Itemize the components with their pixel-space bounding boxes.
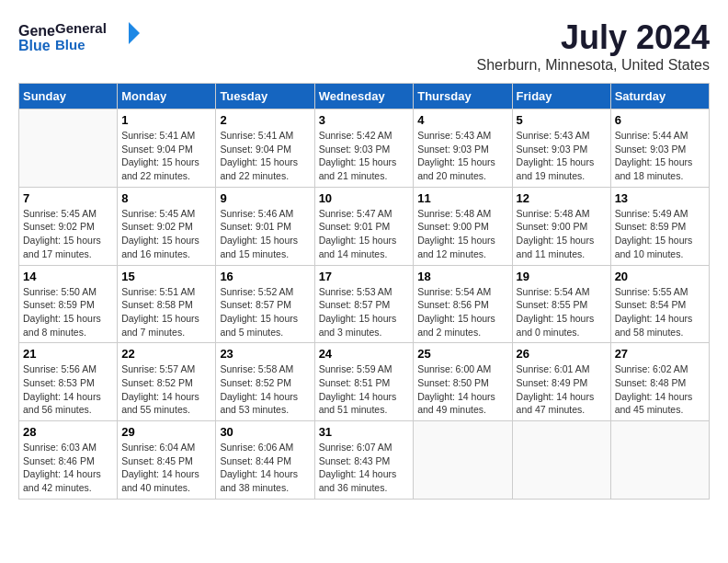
day-info: Sunrise: 5:55 AM Sunset: 8:54 PM Dayligh… [615,285,705,339]
day-number: 21 [23,347,113,361]
day-number: 17 [319,270,410,283]
day-number: 5 [517,113,607,127]
day-number: 11 [417,191,507,205]
calendar-cell [19,109,118,188]
weekday-header: Wednesday [314,84,414,109]
svg-text:Blue: Blue [55,37,85,52]
day-info: Sunrise: 5:56 AM Sunset: 8:53 PM Dayligh… [23,362,113,417]
day-info: Sunrise: 5:43 AM Sunset: 9:03 PM Dayligh… [517,129,607,183]
logo: General Blue General Blue [18,18,147,57]
calendar-cell: 12Sunrise: 5:48 AM Sunset: 9:00 PM Dayli… [512,187,610,265]
weekday-header: Thursday [414,84,512,109]
calendar-cell: 14Sunrise: 5:50 AM Sunset: 8:59 PM Dayli… [19,265,118,343]
calendar-table: SundayMondayTuesdayWednesdayThursdayFrid… [18,83,710,500]
day-info: Sunrise: 6:01 AM Sunset: 8:49 PM Dayligh… [517,362,607,417]
calendar-week-row: 7Sunrise: 5:45 AM Sunset: 9:02 PM Daylig… [19,187,710,265]
day-info: Sunrise: 5:45 AM Sunset: 9:02 PM Dayligh… [121,207,211,261]
day-info: Sunrise: 5:48 AM Sunset: 9:00 PM Dayligh… [517,207,607,261]
day-info: Sunrise: 5:43 AM Sunset: 9:03 PM Dayligh… [417,129,507,183]
day-info: Sunrise: 5:51 AM Sunset: 8:58 PM Dayligh… [121,285,211,339]
calendar-cell: 3Sunrise: 5:42 AM Sunset: 9:03 PM Daylig… [314,109,414,188]
day-number: 20 [615,270,705,283]
day-info: Sunrise: 5:45 AM Sunset: 9:02 PM Dayligh… [23,207,113,261]
day-number: 6 [615,113,705,127]
calendar-cell [414,421,512,500]
day-info: Sunrise: 5:50 AM Sunset: 8:59 PM Dayligh… [23,285,113,339]
calendar-cell: 25Sunrise: 6:00 AM Sunset: 8:50 PM Dayli… [414,343,512,421]
calendar-cell: 16Sunrise: 5:52 AM Sunset: 8:57 PM Dayli… [216,265,314,343]
day-info: Sunrise: 5:41 AM Sunset: 9:04 PM Dayligh… [121,129,211,183]
day-info: Sunrise: 6:07 AM Sunset: 8:43 PM Dayligh… [319,441,410,495]
day-number: 24 [319,347,410,361]
calendar-cell: 23Sunrise: 5:58 AM Sunset: 8:52 PM Dayli… [216,343,314,421]
weekday-header: Sunday [19,84,118,109]
day-number: 22 [121,347,211,361]
day-info: Sunrise: 5:44 AM Sunset: 9:03 PM Dayligh… [615,129,705,183]
calendar-cell: 2Sunrise: 5:41 AM Sunset: 9:04 PM Daylig… [216,109,314,188]
svg-text:Blue: Blue [18,38,51,53]
day-info: Sunrise: 6:06 AM Sunset: 8:44 PM Dayligh… [220,441,310,495]
calendar-cell: 22Sunrise: 5:57 AM Sunset: 8:52 PM Dayli… [118,343,216,421]
calendar-cell: 7Sunrise: 5:45 AM Sunset: 9:02 PM Daylig… [19,187,118,265]
day-number: 1 [121,113,211,127]
day-number: 3 [319,113,410,127]
day-info: Sunrise: 6:02 AM Sunset: 8:48 PM Dayligh… [615,362,705,417]
calendar-cell: 31Sunrise: 6:07 AM Sunset: 8:43 PM Dayli… [314,421,414,500]
day-number: 30 [220,425,310,439]
day-number: 2 [220,113,310,127]
day-info: Sunrise: 5:58 AM Sunset: 8:52 PM Dayligh… [220,362,310,417]
page-header: General Blue General Blue July 2024 Sher… [18,18,710,74]
day-info: Sunrise: 5:42 AM Sunset: 9:03 PM Dayligh… [319,129,410,183]
calendar-cell: 15Sunrise: 5:51 AM Sunset: 8:58 PM Dayli… [118,265,216,343]
day-info: Sunrise: 5:49 AM Sunset: 8:59 PM Dayligh… [615,207,705,261]
calendar-cell: 26Sunrise: 6:01 AM Sunset: 8:49 PM Dayli… [512,343,610,421]
calendar-week-row: 28Sunrise: 6:03 AM Sunset: 8:46 PM Dayli… [19,421,710,500]
calendar-cell: 6Sunrise: 5:44 AM Sunset: 9:03 PM Daylig… [610,109,709,188]
day-number: 28 [23,425,113,439]
weekday-header-row: SundayMondayTuesdayWednesdayThursdayFrid… [19,84,710,109]
calendar-cell: 24Sunrise: 5:59 AM Sunset: 8:51 PM Dayli… [314,343,414,421]
weekday-header: Tuesday [216,84,314,109]
calendar-cell: 5Sunrise: 5:43 AM Sunset: 9:03 PM Daylig… [512,109,610,188]
day-number: 16 [220,270,310,283]
calendar-week-row: 21Sunrise: 5:56 AM Sunset: 8:53 PM Dayli… [19,343,710,421]
day-number: 7 [23,191,113,205]
day-number: 4 [417,113,507,127]
day-number: 25 [417,347,507,361]
calendar-cell: 28Sunrise: 6:03 AM Sunset: 8:46 PM Dayli… [19,421,118,500]
calendar-cell: 20Sunrise: 5:55 AM Sunset: 8:54 PM Dayli… [610,265,709,343]
day-number: 18 [417,270,507,283]
svg-text:General: General [18,23,55,39]
day-number: 31 [319,425,410,439]
day-number: 9 [220,191,310,205]
day-number: 13 [615,191,705,205]
weekday-header: Saturday [610,84,709,109]
day-number: 29 [121,425,211,439]
day-info: Sunrise: 6:00 AM Sunset: 8:50 PM Dayligh… [417,362,507,417]
day-number: 27 [615,347,705,361]
day-info: Sunrise: 5:57 AM Sunset: 8:52 PM Dayligh… [121,362,211,417]
calendar-cell: 11Sunrise: 5:48 AM Sunset: 9:00 PM Dayli… [414,187,512,265]
calendar-cell: 10Sunrise: 5:47 AM Sunset: 9:01 PM Dayli… [314,187,414,265]
day-info: Sunrise: 5:53 AM Sunset: 8:57 PM Dayligh… [319,285,410,339]
calendar-cell [610,421,709,500]
calendar-week-row: 14Sunrise: 5:50 AM Sunset: 8:59 PM Dayli… [19,265,710,343]
day-info: Sunrise: 5:59 AM Sunset: 8:51 PM Dayligh… [319,362,410,417]
calendar-subtitle: Sherburn, Minnesota, United States [477,57,710,74]
calendar-cell [512,421,610,500]
day-number: 23 [220,347,310,361]
day-number: 26 [517,347,607,361]
svg-marker-4 [129,22,140,44]
calendar-title: July 2024 [477,18,710,57]
calendar-cell: 1Sunrise: 5:41 AM Sunset: 9:04 PM Daylig… [118,109,216,188]
day-info: Sunrise: 5:46 AM Sunset: 9:01 PM Dayligh… [220,207,310,261]
day-info: Sunrise: 5:54 AM Sunset: 8:56 PM Dayligh… [417,285,507,339]
calendar-cell: 17Sunrise: 5:53 AM Sunset: 8:57 PM Dayli… [314,265,414,343]
calendar-cell: 8Sunrise: 5:45 AM Sunset: 9:02 PM Daylig… [118,187,216,265]
day-info: Sunrise: 6:04 AM Sunset: 8:45 PM Dayligh… [121,441,211,495]
calendar-cell: 29Sunrise: 6:04 AM Sunset: 8:45 PM Dayli… [118,421,216,500]
weekday-header: Monday [118,84,216,109]
calendar-cell: 21Sunrise: 5:56 AM Sunset: 8:53 PM Dayli… [19,343,118,421]
day-number: 14 [23,270,113,283]
day-info: Sunrise: 6:03 AM Sunset: 8:46 PM Dayligh… [23,441,113,495]
